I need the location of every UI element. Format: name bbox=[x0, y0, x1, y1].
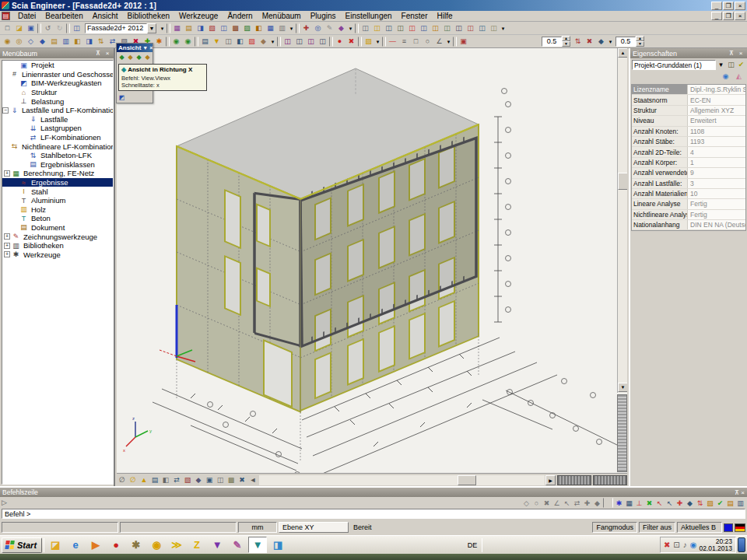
tray-icon[interactable]: ⊡ bbox=[673, 541, 679, 549]
toolbar-icon[interactable]: ▨ bbox=[246, 36, 258, 47]
tray-icon[interactable]: ✖ bbox=[664, 541, 670, 549]
snap-mode-icon[interactable]: ▤ bbox=[725, 498, 735, 508]
view-setting-icon[interactable]: ▩ bbox=[226, 474, 237, 485]
spin-up-icon[interactable]: ▲ bbox=[636, 36, 644, 41]
command-input[interactable]: Befehl > bbox=[2, 509, 745, 519]
toolbar-icon[interactable]: | bbox=[382, 37, 386, 47]
snap-mode-icon[interactable]: ○ bbox=[531, 498, 542, 508]
toolbar-icon[interactable]: ▾ bbox=[269, 36, 276, 47]
properties-tool-icon[interactable]: ◫ bbox=[726, 60, 736, 70]
toolbar-icon[interactable]: ◫ bbox=[406, 23, 418, 33]
scale-spinner-1[interactable]: ▲▼ bbox=[542, 36, 570, 47]
toolbar-icon[interactable]: | bbox=[66, 23, 70, 33]
toolbar-icon[interactable]: □ bbox=[410, 36, 422, 47]
tree-item[interactable]: T Beton bbox=[2, 214, 113, 223]
units-cell[interactable]: mm bbox=[238, 522, 277, 533]
snap-mode-icon[interactable]: ▨ bbox=[705, 498, 715, 508]
property-row[interactable]: Struktur Allgemein XYZ bbox=[632, 106, 745, 116]
toolbar-icon[interactable]: ▦ bbox=[171, 23, 183, 33]
toolbar-icon[interactable]: ◧ bbox=[234, 36, 246, 47]
toolbar-icon[interactable]: ↺ bbox=[42, 23, 54, 33]
project-combo-input[interactable] bbox=[85, 23, 147, 33]
filter-cell[interactable]: Filter aus bbox=[639, 522, 675, 533]
project-combo[interactable]: ▼ bbox=[85, 23, 156, 33]
toolbar-icon[interactable]: ▾ bbox=[374, 36, 381, 47]
vertical-scroll-thumb[interactable] bbox=[618, 173, 627, 190]
scroll-down-icon[interactable]: ▼ bbox=[618, 383, 627, 392]
snap-mode-icon[interactable]: ✚ bbox=[582, 498, 592, 508]
toolbar-icon[interactable]: ▨ bbox=[241, 23, 253, 33]
toolbar-icon[interactable]: ◫ bbox=[395, 23, 406, 33]
taskbar-app-icon[interactable]: ✱ bbox=[127, 537, 146, 553]
tree-item[interactable]: + ▦ Berechnung, FE-Netz bbox=[2, 169, 113, 178]
toolbar-icon[interactable]: ▥ bbox=[276, 23, 288, 33]
layer-color-swatch[interactable] bbox=[724, 523, 733, 532]
toolbar-icon[interactable]: ▤ bbox=[199, 36, 211, 47]
tree-item[interactable]: I Stahl bbox=[2, 187, 113, 196]
view-setting-icon[interactable]: ∅ bbox=[128, 474, 139, 485]
taskbar-app-icon[interactable]: ▼ bbox=[208, 537, 226, 553]
toolbar-icon[interactable]: ◫ bbox=[453, 23, 465, 33]
current-layer-cell[interactable]: Aktuelles B bbox=[677, 522, 722, 533]
toolbar-icon[interactable]: ▥ bbox=[60, 36, 72, 47]
snap-mode-icon[interactable]: ⇅ bbox=[695, 498, 705, 508]
toolbar-icon[interactable]: | bbox=[277, 37, 281, 47]
snap-mode-icon[interactable]: | bbox=[603, 498, 613, 508]
minimize-button[interactable]: _ bbox=[711, 2, 722, 10]
property-row[interactable]: Anzahl verwendete P... 9 bbox=[632, 168, 745, 178]
property-row[interactable]: Nichtlineare Analyse Fertig bbox=[632, 210, 745, 220]
menu-item[interactable]: Bibliotheken bbox=[123, 11, 174, 21]
menu-item[interactable]: Hilfe bbox=[432, 11, 457, 21]
taskbar-app-icon[interactable]: ✎ bbox=[228, 537, 247, 553]
tree-expander[interactable]: + bbox=[4, 170, 10, 177]
toolbar-icon[interactable]: ⇅ bbox=[95, 36, 107, 47]
tree-item[interactable]: # Linienraster und Geschosse bbox=[2, 70, 113, 79]
close-icon[interactable]: × bbox=[149, 45, 153, 51]
snap-mode-icon[interactable]: ∠ bbox=[552, 498, 562, 508]
document-icon[interactable]: ▤ bbox=[2, 12, 10, 20]
toolbar-icon[interactable]: ◆ bbox=[595, 36, 607, 47]
close-button[interactable]: × bbox=[735, 2, 745, 10]
snap-mode-icon[interactable]: ⊥ bbox=[634, 498, 644, 508]
snap-mode-icon[interactable]: ✖ bbox=[542, 498, 552, 508]
close-icon[interactable]: × bbox=[103, 50, 111, 58]
snap-mode-icon[interactable]: ↖ bbox=[654, 498, 665, 508]
toolbar-icon[interactable]: ◉ bbox=[2, 36, 13, 47]
toolbar-icon[interactable]: ▣ bbox=[458, 36, 469, 47]
toolbar-icon[interactable]: ◫ bbox=[418, 23, 430, 33]
toolbar-icon[interactable]: ▤ bbox=[48, 36, 60, 47]
toolbar-icon[interactable]: ◫ bbox=[476, 23, 488, 33]
toolbar-icon[interactable]: ◎ bbox=[13, 36, 25, 47]
view-setting-icon[interactable]: ▧ bbox=[182, 474, 193, 485]
toolbar-icon[interactable]: | bbox=[329, 37, 333, 47]
scroll-right-icon[interactable]: ▶ bbox=[545, 475, 556, 485]
ansicht-titlebar[interactable]: Ansicht ▼ × bbox=[117, 44, 153, 52]
menu-item[interactable]: Menübaum bbox=[258, 11, 306, 21]
menu-item[interactable]: Einstellungen bbox=[341, 11, 397, 21]
plane-cell[interactable]: Ebene XY bbox=[279, 522, 349, 533]
snap-mode-icon[interactable]: ✔ bbox=[715, 498, 725, 508]
view-setting-icon[interactable]: ⇄ bbox=[171, 474, 182, 485]
menu-item[interactable]: Fenster bbox=[397, 11, 433, 21]
doc-restore-button[interactable]: ❐ bbox=[723, 12, 734, 20]
property-row[interactable]: Nationalanhang DIN EN NA (Deutschlan.. bbox=[632, 220, 745, 230]
property-row[interactable]: Anzahl Lastfälle: 3 bbox=[632, 179, 745, 189]
menu-item[interactable]: Bearbeiten bbox=[40, 11, 87, 21]
taskbar-app-icon[interactable]: ▼ bbox=[248, 537, 267, 553]
snap-mode-icon[interactable]: ✚ bbox=[675, 498, 685, 508]
doc-minimize-button[interactable]: _ bbox=[711, 12, 722, 20]
tree-item[interactable]: ⇆ Nichtlineare LF-Kombinationen bbox=[2, 142, 113, 151]
property-row[interactable]: Niveau Erweitert bbox=[632, 116, 745, 126]
toolbar-icon[interactable]: ● bbox=[334, 36, 345, 47]
toolbar-icon[interactable]: ◧ bbox=[72, 36, 83, 47]
properties-tool-icon[interactable]: ◉ bbox=[721, 72, 731, 82]
toolbar-icon[interactable]: ○ bbox=[422, 36, 433, 47]
tree-item[interactable]: + ▥ Bibliotheken bbox=[2, 241, 113, 250]
toolbar-icon[interactable]: ◫ bbox=[293, 36, 305, 47]
toolbar-icon[interactable]: ◫ bbox=[317, 36, 328, 47]
toolbar-icon[interactable]: ◪ bbox=[13, 23, 25, 33]
toolbar-icon[interactable]: ✎ bbox=[324, 23, 335, 33]
toolbar-icon[interactable]: ◫ bbox=[71, 23, 82, 33]
spin-down-icon[interactable]: ▼ bbox=[562, 41, 570, 47]
toolbar-icon[interactable]: ▾ bbox=[500, 23, 507, 33]
